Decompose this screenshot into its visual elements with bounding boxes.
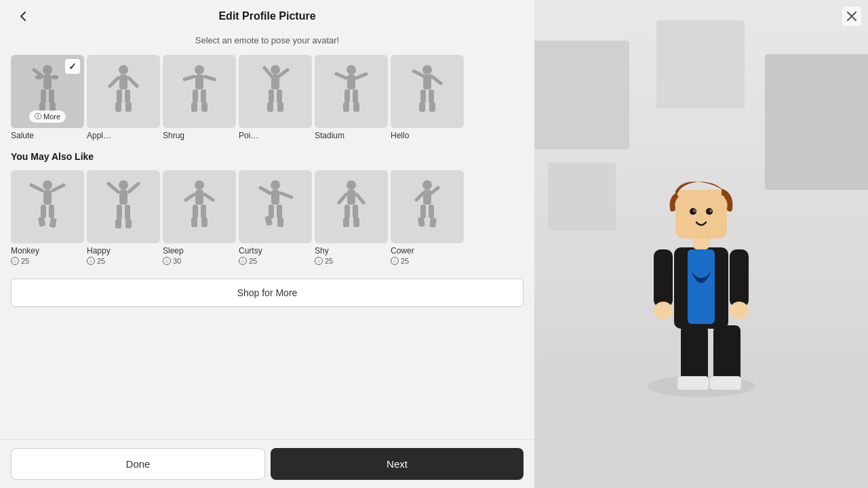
svg-rect-82 <box>347 190 355 205</box>
emote-item-hello[interactable]: Hello <box>391 55 464 140</box>
emote-item-appl[interactable]: Appl… <box>87 55 160 140</box>
svg-rect-40 <box>353 102 359 112</box>
suggested-item-monkey[interactable]: Monkey ○ 25 <box>11 170 84 265</box>
svg-point-118 <box>709 209 712 212</box>
back-button[interactable] <box>14 7 33 26</box>
suggested-label: Shy <box>315 246 329 256</box>
svg-line-19 <box>184 77 194 79</box>
svg-line-60 <box>129 184 138 192</box>
svg-rect-29 <box>269 89 274 103</box>
svg-rect-53 <box>41 205 46 218</box>
svg-rect-18 <box>195 75 203 89</box>
emote-item-poi[interactable]: Poi… <box>239 55 312 140</box>
svg-rect-114 <box>675 190 727 239</box>
svg-rect-15 <box>115 102 121 112</box>
svg-rect-85 <box>344 205 350 218</box>
svg-line-68 <box>205 195 213 200</box>
suggested-item-shy[interactable]: Shy ○ 25 <box>315 170 388 265</box>
price-row: ○ 30 <box>163 257 181 265</box>
svg-rect-21 <box>193 89 198 103</box>
page-title: Edit Profile Picture <box>218 10 315 22</box>
emote-label: Stadium <box>315 131 344 140</box>
emote-thumb-stadium <box>315 55 388 128</box>
svg-line-12 <box>129 78 137 86</box>
svg-line-67 <box>186 195 194 200</box>
suggested-label: Happy <box>87 246 111 256</box>
price-row: ○ 25 <box>391 257 409 265</box>
suggested-emotes-grid: Monkey ○ 25 <box>11 170 524 265</box>
svg-rect-62 <box>125 205 130 220</box>
svg-rect-61 <box>117 205 122 220</box>
svg-point-0 <box>43 65 52 75</box>
svg-point-25 <box>271 65 280 75</box>
svg-rect-32 <box>277 102 283 112</box>
suggested-item-happy[interactable]: Happy ○ 25 <box>87 170 160 265</box>
emote-label: Poi… <box>239 131 258 140</box>
footer: Done Next <box>0 439 534 488</box>
emote-thumb-appl <box>87 55 160 128</box>
done-button[interactable]: Done <box>11 448 265 480</box>
svg-rect-93 <box>420 205 426 218</box>
svg-rect-23 <box>191 102 197 112</box>
svg-line-76 <box>281 193 292 197</box>
svg-rect-1 <box>43 75 52 89</box>
svg-point-111 <box>654 302 673 319</box>
svg-point-73 <box>271 180 280 190</box>
svg-line-83 <box>339 195 346 203</box>
next-button[interactable]: Next <box>271 448 524 480</box>
svg-point-89 <box>422 180 432 190</box>
emote-thumb-poi <box>239 55 312 128</box>
svg-rect-72 <box>201 218 208 227</box>
svg-rect-74 <box>271 190 279 205</box>
emote-item-shrug[interactable]: Shrug <box>163 55 236 140</box>
svg-rect-108 <box>688 249 715 324</box>
suggested-thumb-curtsy <box>239 170 312 243</box>
close-button[interactable] <box>842 7 861 26</box>
svg-rect-30 <box>277 89 282 103</box>
svg-rect-24 <box>201 102 208 112</box>
svg-rect-69 <box>193 205 198 218</box>
suggested-item-curtsy[interactable]: Curtsy ○ 25 <box>239 170 312 265</box>
section-title: You May Also Like <box>11 151 524 162</box>
emote-thumb-salute: ✓ ⓘ More <box>11 55 84 128</box>
suggested-item-cower[interactable]: Cower ○ 25 <box>391 170 464 265</box>
svg-rect-64 <box>125 219 132 228</box>
svg-rect-54 <box>49 205 54 218</box>
suggested-item-sleep[interactable]: Sleep ○ 30 <box>163 170 236 265</box>
svg-rect-10 <box>119 75 127 89</box>
svg-rect-70 <box>201 205 206 218</box>
svg-point-41 <box>422 65 432 75</box>
svg-line-11 <box>110 78 118 86</box>
price-row: ○ 25 <box>87 257 105 265</box>
svg-rect-94 <box>429 205 434 218</box>
shop-for-more-button[interactable]: Shop for More <box>11 279 524 307</box>
svg-line-20 <box>205 77 214 79</box>
robux-icon: ○ <box>239 257 247 265</box>
robux-icon: ○ <box>11 257 19 265</box>
svg-rect-78 <box>277 205 282 218</box>
main-content: Select an emote to pose your avatar! <box>0 33 534 439</box>
svg-rect-39 <box>343 102 349 112</box>
svg-line-84 <box>357 195 363 203</box>
svg-point-112 <box>730 302 749 319</box>
emote-item-stadium[interactable]: Stadium <box>315 55 388 140</box>
left-panel: Edit Profile Picture Select an emote to … <box>0 0 534 488</box>
suggested-label: Sleep <box>163 246 184 256</box>
svg-rect-14 <box>125 89 130 103</box>
more-badge: ⓘ More <box>29 110 66 123</box>
svg-rect-80 <box>277 218 283 227</box>
svg-rect-100 <box>548 163 616 230</box>
price: 30 <box>173 257 181 265</box>
avatar <box>627 136 776 420</box>
svg-point-81 <box>347 180 356 190</box>
emote-label: Salute <box>11 131 34 140</box>
emote-item-salute[interactable]: ✓ ⓘ More Salute <box>11 55 84 140</box>
emote-label: Hello <box>391 131 409 140</box>
robux-icon: ○ <box>315 257 323 265</box>
emote-thumb-hello <box>391 55 464 128</box>
svg-line-75 <box>260 188 270 193</box>
svg-rect-99 <box>765 54 868 190</box>
svg-line-43 <box>414 71 423 76</box>
price-row: ○ 25 <box>239 257 257 265</box>
svg-rect-71 <box>191 218 197 227</box>
